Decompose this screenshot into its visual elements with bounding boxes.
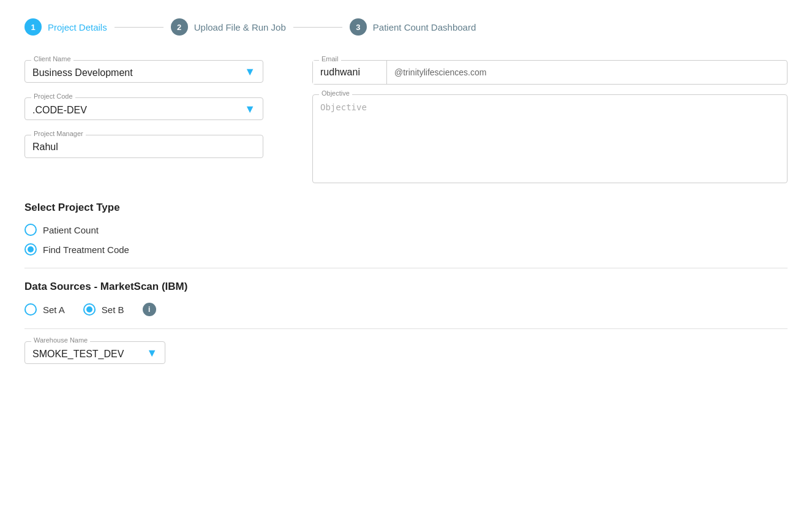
project-code-dropdown-icon[interactable]: ▼ (244, 103, 255, 116)
data-sources-radio-row: Set A Set B i (24, 303, 788, 316)
warehouse-name-field[interactable]: Warehouse Name SMOKE_TEST_DEV ▼ (24, 341, 165, 364)
email-username-input[interactable] (313, 61, 386, 84)
radio-set-b-label: Set B (102, 305, 124, 315)
step-1-circle: 1 (24, 18, 42, 36)
step-line-1 (115, 27, 164, 28)
step-2-label[interactable]: Upload File & Run Job (194, 22, 286, 32)
divider-2 (24, 328, 788, 329)
radio-find-treatment-code[interactable]: Find Treatment Code (24, 243, 788, 256)
project-manager-label: Project Manager (31, 130, 86, 137)
step-3-label[interactable]: Patient Count Dashboard (373, 22, 476, 32)
radio-set-a[interactable]: Set A (24, 303, 65, 316)
email-field-row: Email @trinitylifesciences.com (312, 60, 788, 85)
warehouse-name-label: Warehouse Name (31, 336, 90, 344)
objective-label: Objective (319, 89, 352, 97)
objective-field: Objective (312, 94, 788, 183)
radio-find-treatment-code-inner (28, 246, 34, 252)
email-label: Email (319, 55, 341, 63)
project-code-field[interactable]: Project Code .CODE-DEV ▼ (24, 97, 263, 120)
project-code-value: .CODE-DEV (32, 104, 87, 116)
project-type-section: Select Project Type Patient Count Find T… (24, 202, 788, 256)
project-manager-field: Project Manager (24, 135, 263, 158)
radio-patient-count-label: Patient Count (43, 225, 99, 235)
page-container: 1 Project Details 2 Upload File & Run Jo… (0, 0, 812, 519)
step-3: 3 Patient Count Dashboard (350, 18, 476, 36)
project-type-title: Select Project Type (24, 202, 788, 214)
objective-textarea[interactable] (313, 95, 787, 181)
form-left: Client Name Business Development ▼ Proje… (24, 60, 263, 183)
client-name-value: Business Development (32, 66, 133, 78)
step-1-label[interactable]: Project Details (48, 22, 107, 32)
radio-set-b-outer (83, 303, 96, 316)
step-1: 1 Project Details (24, 18, 107, 36)
step-2: 2 Upload File & Run Job (171, 18, 286, 36)
project-manager-input[interactable] (32, 140, 255, 154)
email-domain: @trinitylifesciences.com (386, 61, 494, 84)
radio-patient-count[interactable]: Patient Count (24, 224, 788, 236)
divider-1 (24, 268, 788, 268)
step-3-circle: 3 (350, 18, 367, 36)
step-2-circle: 2 (171, 18, 188, 36)
warehouse-section: Warehouse Name SMOKE_TEST_DEV ▼ (24, 341, 788, 364)
warehouse-dropdown-icon[interactable]: ▼ (146, 347, 157, 360)
form-right: Email @trinitylifesciences.com Objective (312, 60, 788, 183)
data-sources-section: Data Sources - MarketScan (IBM) Set A Se… (24, 281, 788, 316)
form-section: Client Name Business Development ▼ Proje… (24, 60, 788, 183)
project-type-radio-group: Patient Count Find Treatment Code (24, 224, 788, 256)
warehouse-name-value: SMOKE_TEST_DEV (32, 347, 124, 360)
project-code-label: Project Code (31, 93, 75, 100)
radio-find-treatment-code-label: Find Treatment Code (43, 244, 129, 255)
client-name-label: Client Name (31, 55, 73, 63)
radio-set-b-inner (86, 306, 92, 313)
client-name-field[interactable]: Client Name Business Development ▼ (24, 60, 263, 83)
data-sources-title: Data Sources - MarketScan (IBM) (24, 281, 788, 293)
radio-set-b[interactable]: Set B (83, 303, 124, 316)
client-name-dropdown-icon[interactable]: ▼ (244, 66, 255, 78)
step-line-2 (293, 27, 342, 28)
radio-set-a-outer (24, 303, 37, 316)
stepper: 1 Project Details 2 Upload File & Run Jo… (24, 18, 788, 36)
radio-find-treatment-code-outer (24, 243, 37, 256)
radio-patient-count-outer (24, 224, 37, 236)
info-icon[interactable]: i (143, 303, 156, 316)
radio-set-a-label: Set A (43, 305, 65, 315)
